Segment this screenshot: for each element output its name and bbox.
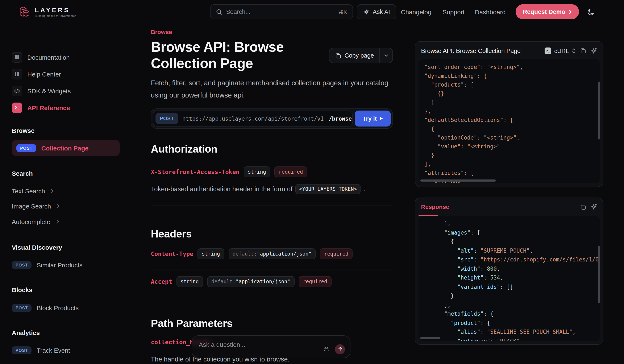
ask-ai-label: Ask AI	[373, 8, 390, 15]
auth-param-description: Token-based authentication header in the…	[151, 184, 365, 194]
sidebar-section-browse: Browse	[12, 127, 34, 134]
language-selector[interactable]: >_ cURL	[545, 47, 576, 54]
brand-tagline: Building blocks for eCommerce	[35, 14, 77, 17]
default-label: default:	[233, 251, 257, 257]
search-input[interactable]: Search... ⌘K	[210, 4, 353, 19]
param-name: Accept	[151, 278, 172, 285]
code-line: "colorway": "BLACK",	[424, 337, 600, 341]
sidebar-item-label: Image Search	[12, 202, 51, 209]
required-badge: required	[299, 276, 332, 287]
vertical-scrollbar[interactable]	[598, 81, 600, 140]
language-label: cURL	[554, 47, 569, 54]
horizontal-scrollbar[interactable]	[420, 337, 440, 339]
sidebar-item-text-search[interactable]: Text Search	[12, 183, 120, 199]
code-line: ]	[424, 98, 600, 107]
ask-question-bar[interactable]: Ask a question... ⌘I	[192, 336, 350, 358]
ask-ai-button[interactable]: Ask AI	[357, 4, 396, 19]
code-line: "metafields": {	[424, 309, 600, 318]
description-text: .	[364, 185, 365, 193]
nav-link-support[interactable]: Support	[442, 0, 465, 24]
param-name: Content-Type	[151, 251, 193, 257]
request-demo-label: Request Demo	[523, 8, 565, 15]
sidebar-item-similar-products[interactable]: POST Similar Products	[12, 257, 120, 273]
sidebar-item-block-products[interactable]: POST Block Products	[12, 300, 120, 316]
brand-name: LAYERS	[35, 6, 77, 13]
search-icon	[216, 9, 222, 15]
sidebar-section-visual-discovery: Visual Discovery	[12, 244, 62, 251]
app-root: LAYERS Building blocks for eCommerce Sea…	[0, 0, 624, 364]
arrow-up-icon	[338, 347, 342, 352]
ask-question-placeholder: Ask a question...	[199, 341, 345, 348]
sidebar-item-documentation[interactable]: Documentation	[12, 49, 120, 65]
response-tab-label: Response	[421, 204, 449, 210]
response-panel-header: Response	[415, 198, 603, 216]
path-parameters-heading: Path Parameters	[151, 317, 233, 330]
header-param-row: Accept string default:"application/json"…	[151, 276, 331, 287]
sidebar-section-analytics: Analytics	[12, 329, 40, 336]
code-line: "src": "https://cdn.shopify.com/s/files/…	[424, 255, 600, 264]
copy-code-button[interactable]	[580, 204, 586, 210]
nav-link-dashboard[interactable]: Dashboard	[475, 0, 506, 24]
code-line: {	[424, 237, 600, 246]
ai-explain-button[interactable]	[590, 47, 597, 54]
dark-mode-toggle[interactable]	[586, 7, 596, 17]
method-badge: POST	[12, 261, 31, 269]
sparkle-icon	[363, 9, 369, 15]
sidebar-item-api-reference[interactable]: API Reference	[12, 100, 120, 116]
code-line: "height": 534,	[424, 273, 600, 282]
sidebar-item-label: SDK & Widgets	[27, 87, 71, 94]
sidebar-item-autocomplete[interactable]: Autocomplete	[12, 213, 120, 230]
request-demo-button[interactable]: Request Demo	[516, 4, 579, 19]
sidebar-item-label: Autocomplete	[12, 218, 50, 225]
ask-question-shortcut: ⌘I	[324, 346, 331, 352]
search-placeholder: Search...	[226, 8, 334, 15]
default-badge: default:"application/json"	[228, 248, 316, 259]
inline-code-chip: <YOUR_LAYERS_TOKEN>	[295, 184, 361, 194]
method-badge: POST	[12, 304, 31, 312]
logo[interactable]: LAYERS Building blocks for eCommerce	[18, 5, 77, 19]
type-badge: string	[243, 166, 270, 177]
nav-link-changelog[interactable]: Changelog	[401, 0, 431, 24]
chevron-right-icon	[57, 204, 60, 208]
chevron-right-icon	[56, 219, 59, 224]
required-badge: required	[320, 248, 353, 259]
active-tab-indicator	[418, 215, 438, 216]
map-icon	[12, 69, 22, 79]
copy-page-button[interactable]: Copy page	[329, 48, 393, 63]
code-line: ],	[424, 300, 600, 309]
submit-question-button[interactable]	[335, 344, 345, 354]
code-line: "sort_order_code": "<string>",	[424, 63, 600, 72]
sidebar-item-label: Block Products	[37, 304, 78, 311]
copy-icon	[335, 52, 341, 59]
section-divider	[151, 297, 393, 297]
sidebar-item-image-search[interactable]: Image Search	[12, 198, 120, 214]
sidebar-item-track-event[interactable]: POST Track Event	[12, 342, 120, 358]
code-line: "value": "<string>"	[424, 142, 600, 151]
endpoint-bar: POST https://app.uselayers.com/api/store…	[151, 108, 393, 129]
code-line: },	[424, 107, 600, 116]
ai-explain-button[interactable]	[590, 204, 597, 210]
code-line: ],	[424, 219, 600, 228]
sidebar-item-label: Documentation	[27, 53, 70, 61]
header-param-row: Content-Type string default:"application…	[151, 248, 353, 259]
default-badge: default:"application/json"	[207, 276, 295, 287]
main-content: Browse Browse API: Browse Collection Pag…	[151, 0, 393, 364]
breadcrumb[interactable]: Browse	[151, 28, 172, 35]
try-it-button[interactable]: Try it	[355, 110, 391, 127]
sidebar-item-label: Track Event	[37, 347, 70, 354]
horizontal-scrollbar[interactable]	[420, 180, 496, 182]
endpoint-url-box[interactable]: POST https://app.uselayers.com/api/store…	[153, 110, 353, 127]
sidebar-item-help-center[interactable]: Help Center	[12, 66, 120, 82]
copy-code-button[interactable]	[580, 48, 586, 54]
copy-page-menu-button[interactable]	[380, 48, 392, 63]
sidebar-item-collection-page[interactable]: POST Collection Page	[12, 140, 120, 156]
endpoint-path: /browse	[325, 115, 352, 122]
vertical-scrollbar[interactable]	[598, 246, 600, 303]
sparkle-icon	[590, 204, 597, 210]
sidebar-item-sdk-widgets[interactable]: SDK & Widgets	[12, 83, 120, 99]
tab-response[interactable]: Response	[421, 198, 576, 216]
layers-logo-icon	[18, 5, 31, 19]
description-text: Token-based authentication header in the…	[151, 185, 292, 193]
code-line: "product": {	[424, 318, 600, 327]
sidebar-item-label: Similar Products	[37, 261, 82, 268]
